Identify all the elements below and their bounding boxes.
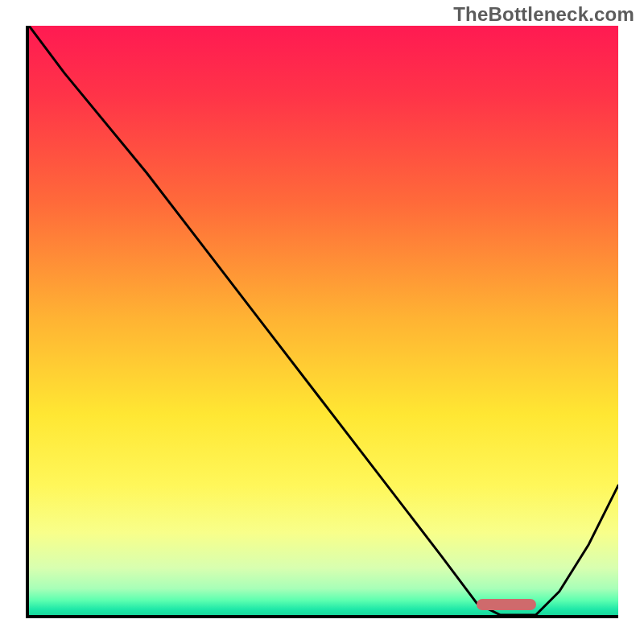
optimal-range-marker [477,599,535,610]
heat-gradient-background [29,26,618,615]
watermark-text: TheBottleneck.com [453,3,634,26]
svg-rect-0 [29,26,618,615]
chart-container: TheBottleneck.com [0,0,644,644]
plot-area [29,26,618,615]
